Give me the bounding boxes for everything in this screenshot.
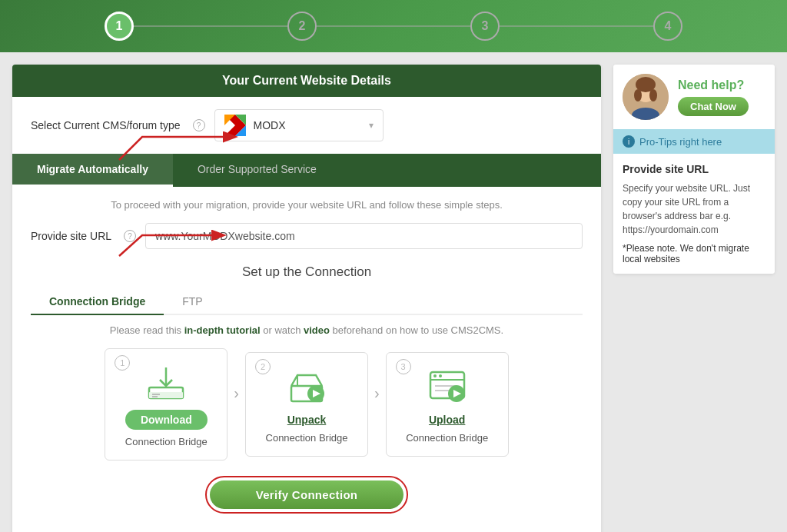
download-button[interactable]: Download: [125, 410, 208, 430]
tab-order-supported[interactable]: Order Supported Service: [173, 154, 341, 187]
svg-point-16: [439, 374, 442, 377]
section-header: Your Current Website Details: [12, 65, 601, 97]
url-help-icon[interactable]: ?: [124, 230, 136, 242]
step-card-unpack: 2: [245, 352, 368, 457]
migration-subtitle: To proceed with your migration, provide …: [31, 199, 583, 211]
migration-area: To proceed with your migration, provide …: [12, 187, 601, 532]
sidebar: Need help? Chat Now i Pro-Tips right her…: [613, 65, 775, 532]
unpack-sub-label: Connection Bridge: [266, 432, 348, 444]
tutorial-text: Please read this in-depth tutorial or wa…: [31, 324, 583, 336]
help-top: Need help? Chat Now: [613, 65, 775, 129]
unpack-icon: [287, 367, 327, 406]
step-num-2: 2: [255, 359, 271, 374]
step-card-upload: 3: [386, 352, 509, 457]
main-content: Your Current Website Details Select Curr…: [12, 65, 601, 532]
cms-selected-text: MODX: [254, 119, 361, 131]
tutorial-link[interactable]: in-depth tutorial: [184, 324, 261, 336]
need-help-text: Need help?: [678, 78, 749, 92]
unpack-icon-area: [284, 365, 330, 407]
verify-btn-wrapper: Verify Connection: [205, 476, 409, 514]
step-2-circle[interactable]: 2: [287, 12, 317, 41]
step-num-1: 1: [115, 355, 130, 371]
url-input[interactable]: [145, 223, 583, 249]
setup-title: Set up the Connection: [31, 264, 583, 280]
info-icon: i: [623, 135, 635, 148]
dropdown-arrow-icon: ▾: [369, 120, 374, 131]
step-3-circle[interactable]: 3: [470, 12, 500, 41]
arrow-1-2: ›: [234, 384, 239, 402]
help-right: Need help? Chat Now: [678, 78, 749, 116]
arrow-2-3: ›: [374, 384, 380, 402]
step-1-circle[interactable]: 1: [105, 12, 134, 41]
avatar-image: [623, 74, 669, 120]
cms-help-icon[interactable]: ?: [193, 119, 205, 131]
conn-tab-bridge[interactable]: Connection Bridge: [31, 289, 164, 315]
verify-connection-button[interactable]: Verify Connection: [210, 480, 404, 509]
svg-point-24: [634, 89, 642, 101]
page-wrapper: 1 2 3 4 Your Current Website Details: [0, 0, 787, 532]
download-icon-area: [143, 361, 189, 404]
step-4-circle[interactable]: 4: [653, 12, 682, 41]
steps-cards: 1: [31, 348, 583, 461]
svg-point-25: [649, 89, 657, 101]
progress-steps: 1 2 3 4: [105, 12, 682, 41]
upload-sub-label: Connection Bridge: [406, 432, 488, 444]
tips-note: *Please note. We don't migrate local web…: [623, 243, 765, 264]
url-label: Provide site URL: [31, 230, 111, 242]
download-sub-label: Connection Bridge: [125, 436, 208, 447]
step-line-3: [500, 25, 653, 27]
cms-select-row: Select Current CMS/forum type ? MODX ▾: [12, 97, 601, 154]
conn-tab-ftp[interactable]: FTP: [164, 289, 221, 315]
step-line-1: [134, 25, 287, 27]
tips-title: Provide site URL: [623, 163, 765, 175]
unpack-button[interactable]: Unpack: [287, 414, 327, 426]
cms-label: Select Current CMS/forum type: [31, 119, 181, 131]
progress-bar-area: 1 2 3 4: [0, 0, 787, 52]
url-row: Provide site URL ?: [31, 223, 583, 249]
step-line-2: [317, 25, 470, 27]
chat-now-button[interactable]: Chat Now: [678, 97, 749, 116]
step-num-3: 3: [396, 359, 411, 374]
video-link[interactable]: video: [304, 324, 330, 336]
svg-point-15: [433, 374, 437, 377]
help-card: Need help? Chat Now i Pro-Tips right her…: [613, 65, 775, 274]
pro-tips-label: Pro-Tips right here: [639, 136, 722, 148]
upload-icon: [427, 367, 467, 406]
download-icon: [146, 364, 186, 401]
upload-icon-area: [424, 365, 470, 407]
step-card-download: 1: [105, 348, 227, 461]
upload-button[interactable]: Upload: [429, 414, 465, 426]
verify-row: Verify Connection: [31, 476, 583, 514]
tips-content: Provide site URL Specify your website UR…: [613, 154, 775, 274]
connection-tabs: Connection Bridge FTP: [31, 289, 583, 315]
svg-rect-5: [149, 392, 183, 398]
modx-logo-icon: [224, 115, 246, 136]
tab-migrate-automatically[interactable]: Migrate Automatically: [12, 154, 173, 187]
tab-bar: Migrate Automatically Order Supported Se…: [12, 154, 601, 187]
main-layout: Your Current Website Details Select Curr…: [0, 52, 787, 532]
tips-body: Specify your website URL. Just copy your…: [623, 181, 765, 237]
cms-dropdown[interactable]: MODX ▾: [214, 109, 384, 141]
avatar: [623, 74, 669, 120]
pro-tips-bar: i Pro-Tips right here: [613, 129, 775, 154]
